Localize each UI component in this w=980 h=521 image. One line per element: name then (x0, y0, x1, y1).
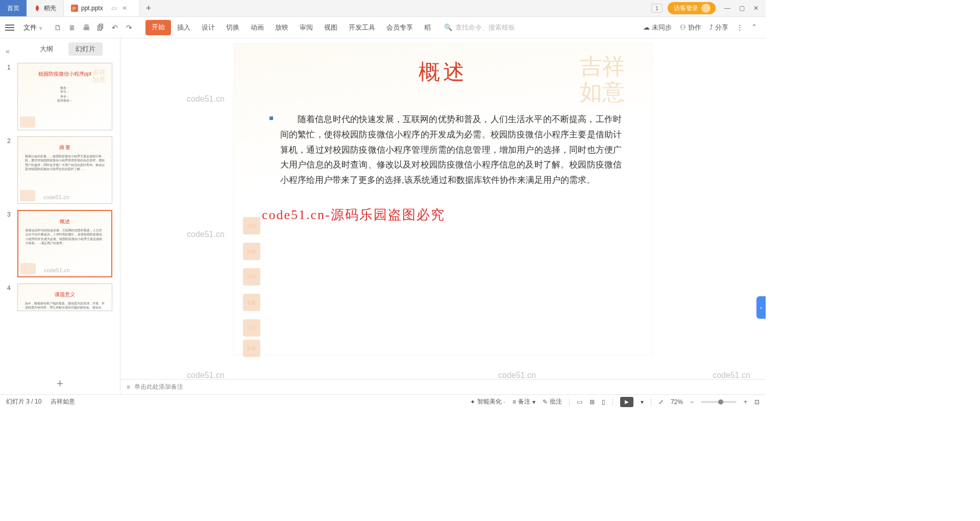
qa-save-icon[interactable]: 🗋 (53, 22, 63, 33)
svg-text:P: P (72, 6, 76, 11)
file-menu-button[interactable]: 文件 ∨ (19, 21, 46, 34)
slideshow-button[interactable]: ▶ (620, 397, 633, 407)
comments-button[interactable]: ✎批注 (543, 397, 562, 406)
sorter-view-icon[interactable]: ⊞ (590, 398, 595, 406)
stamp-icon: 如意 (243, 243, 260, 260)
thumbnail-list[interactable]: 1 吉祥如意 校园防疫微信小程序ppt 姓名： 学号： 专业： 指导教师： 2 (0, 60, 120, 373)
docsh-tab[interactable]: 稻壳 (27, 0, 64, 16)
stamp-icon: 吉祥 (243, 268, 260, 286)
close-window-button[interactable]: ✕ (749, 2, 763, 15)
home-tab[interactable]: 首页 (0, 0, 27, 16)
qa-export-icon[interactable]: 🗎 (67, 22, 77, 33)
theme-name[interactable]: 吉祥如意 (51, 397, 75, 406)
thumb-number: 1 (7, 63, 13, 130)
present-icon[interactable]: ▭ (111, 5, 117, 12)
zoom-in-button[interactable]: + (744, 398, 747, 406)
slide-thumbnail-2[interactable]: 摘 要 随着社会的发展……校园防疫微信小程序主要是借助计算机，通过对校园防疫微信… (17, 136, 112, 204)
watermark: code51.cn (44, 267, 70, 273)
thumb-title: 课题意义 (18, 291, 112, 298)
zoom-level[interactable]: 72% (671, 398, 683, 406)
watermark: code51.cn (498, 371, 536, 380)
workspace-icon[interactable]: 1 (651, 4, 663, 13)
bullet-icon (270, 116, 273, 120)
menu-review[interactable]: 审阅 (295, 20, 318, 35)
stamp-icon: 如意 (243, 340, 260, 357)
workspace: « 大纲 幻灯片 1 吉祥如意 校园防疫微信小程序ppt 姓名： 学号： 专业：… (0, 38, 766, 394)
share-button[interactable]: ⤴分享 (709, 23, 728, 32)
menu-hamburger-icon[interactable] (5, 25, 14, 31)
avatar-icon (701, 4, 710, 13)
slide-thumbnail-4[interactable]: 课题意义 如今，随着移动客户端的普及，微信因为其简洁、方便、开放程度高等特性，用… (17, 283, 112, 311)
login-label: 访客登录 (674, 4, 698, 13)
minimize-button[interactable]: — (721, 2, 734, 15)
notes-bar[interactable]: ≡ 单击此处添加备注 (120, 379, 766, 394)
overlay-watermark-text: code51.cn-源码乐园盗图必究 (262, 206, 445, 224)
svg-text:吉祥: 吉祥 (580, 54, 625, 79)
menu-more[interactable]: 稻 (419, 20, 436, 35)
new-tab-button[interactable]: + (140, 0, 158, 16)
menu-design[interactable]: 设计 (197, 20, 220, 35)
menu-member[interactable]: 会员专享 (381, 20, 418, 35)
normal-view-icon[interactable]: ▭ (577, 398, 582, 406)
fit-view-icon[interactable]: ⤢ (658, 398, 664, 406)
svg-text:如意: 如意 (92, 76, 106, 83)
reading-view-icon[interactable]: ▯ (602, 398, 605, 406)
slides-tab[interactable]: 幻灯片 (68, 42, 103, 56)
beautify-button[interactable]: ✦智能美化 · (470, 397, 505, 406)
side-panel-toggle[interactable]: ‹ (756, 296, 766, 319)
watermark: code51.cn (187, 94, 225, 104)
collab-button[interactable]: ⚇协作 (680, 23, 701, 32)
menu-insert[interactable]: 插入 (172, 20, 195, 35)
notes-icon: ≡ (127, 384, 130, 391)
notes-placeholder[interactable]: 单击此处添加备注 (134, 383, 183, 391)
zoom-slider[interactable] (701, 401, 737, 403)
menu-devtools[interactable]: 开发工具 (344, 20, 380, 35)
menu-present[interactable]: 放映 (270, 20, 293, 35)
fit-window-icon[interactable]: ⊡ (754, 398, 760, 406)
file-tab-label: ppt.pptx (81, 5, 103, 12)
collapse-ribbon-icon[interactable]: ⌃ (751, 23, 761, 32)
stamp-icon (20, 263, 36, 274)
collapse-panel-icon[interactable]: « (0, 43, 15, 55)
cloud-icon: ☁ (643, 23, 650, 31)
sync-status[interactable]: ☁未同步 (643, 23, 672, 32)
menu-start[interactable]: 开始 (145, 20, 171, 35)
window-controls: 1 访客登录 — ▢ ✕ (651, 0, 766, 16)
outline-tab[interactable]: 大纲 (33, 42, 60, 56)
notes-toggle[interactable]: ≡备注 ▾ (512, 397, 535, 406)
add-slide-button[interactable]: + (0, 373, 120, 394)
more-options-icon[interactable]: ⋮ (737, 23, 743, 31)
menu-view[interactable]: 视图 (319, 20, 342, 35)
docsh-icon (34, 5, 41, 12)
maximize-button[interactable]: ▢ (735, 2, 748, 15)
stamp-icon (20, 190, 35, 201)
close-tab-icon[interactable]: ✕ (122, 5, 127, 12)
qa-undo-icon[interactable]: ↶ (110, 22, 120, 33)
slide-thumbnail-3[interactable]: 概述 随着信息时代的快速发展，互联网的优势和普及，人们生活水平的不断提高，工作时… (17, 210, 112, 277)
decoration-icon: 吉祥如意 (91, 65, 110, 84)
file-tab[interactable]: P ppt.pptx ▭ ✕ (64, 0, 140, 16)
slide-canvas-area: code51.cn code51.cn code51.cn code51.cn … (120, 38, 766, 394)
qa-print-icon[interactable]: 🖶 (81, 22, 91, 33)
watermark: code51.cn (43, 194, 69, 200)
qa-redo-icon[interactable]: ↷ (124, 22, 134, 33)
menu-animation[interactable]: 动画 (246, 20, 269, 35)
thumb-body: 如今，随着移动客户端的普及，微信因为其简洁、方便、开放程度高等特性，用它来解决现… (18, 298, 112, 311)
command-search[interactable]: 🔍 (444, 23, 517, 31)
search-input[interactable] (455, 23, 517, 31)
svg-text:吉祥: 吉祥 (92, 69, 106, 76)
thumb-number: 2 (7, 136, 13, 204)
current-slide[interactable]: 吉祥如意 概述 随着信息时代的快速发展，互联网的优势和普及，人们生活水平的不断提… (234, 43, 652, 355)
slideshow-dropdown[interactable]: ▾ (641, 398, 644, 406)
thumb-number: 4 (7, 283, 13, 311)
zoom-out-button[interactable]: − (690, 398, 694, 406)
menu-transition[interactable]: 切换 (221, 20, 244, 35)
qa-preview-icon[interactable]: 🗐 (95, 22, 106, 33)
watermark: code51.cn (187, 371, 225, 380)
stamp-icon: 如意 (243, 294, 260, 311)
login-button[interactable]: 访客登录 (668, 2, 716, 14)
docsh-label: 稻壳 (44, 4, 56, 13)
watermark: code51.cn (713, 371, 750, 380)
slide-thumbnail-1[interactable]: 吉祥如意 校园防疫微信小程序ppt 姓名： 学号： 专业： 指导教师： (17, 63, 112, 130)
ribbon-toolbar: 文件 ∨ 🗋 🗎 🖶 🗐 ↶ ↷ 开始 插入 设计 切换 动画 放映 审阅 视图… (0, 17, 766, 38)
